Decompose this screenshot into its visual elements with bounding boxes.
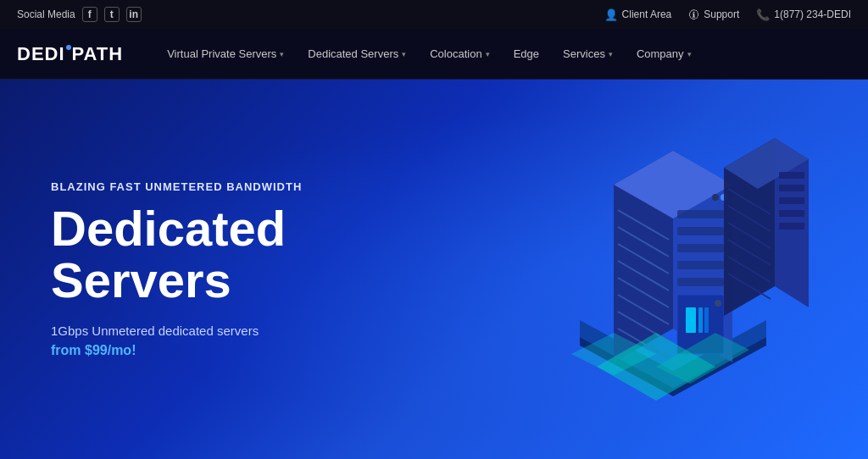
svg-rect-17 <box>677 278 724 286</box>
support-link[interactable]: 🛈 Support <box>688 8 739 21</box>
svg-rect-19 <box>686 307 696 333</box>
nav-item-vps[interactable]: Virtual Private Servers ▾ <box>157 41 294 67</box>
facebook-icon[interactable]: f <box>82 7 97 22</box>
svg-rect-34 <box>779 172 804 179</box>
social-media-section: Social Media f t in <box>17 7 142 22</box>
top-bar-right: 👤 Client Area 🛈 Support 📞 1(877) 234-DED… <box>604 8 851 21</box>
nav-item-edge[interactable]: Edge <box>504 41 549 67</box>
navbar: DEDIPATH Virtual Private Servers ▾ Dedic… <box>0 29 868 80</box>
top-bar: Social Media f t in 👤 Client Area 🛈 Supp… <box>0 0 868 29</box>
svg-point-22 <box>715 300 721 307</box>
client-area-link[interactable]: 👤 Client Area <box>604 8 672 21</box>
hero-title: Dedicated Servers <box>51 203 302 307</box>
nav-item-company[interactable]: Company ▾ <box>626 41 702 67</box>
svg-rect-37 <box>779 210 804 217</box>
chevron-down-icon: ▾ <box>402 50 406 58</box>
hero-price: from $99/mo! <box>51 343 302 358</box>
linkedin-icon[interactable]: in <box>126 7 142 22</box>
svg-rect-36 <box>779 197 804 204</box>
svg-point-24 <box>712 194 719 201</box>
svg-rect-21 <box>704 307 709 333</box>
svg-rect-15 <box>677 244 724 252</box>
svg-rect-16 <box>677 261 724 269</box>
chevron-down-icon: ▾ <box>486 50 490 58</box>
support-icon: 🛈 <box>688 8 699 21</box>
hero-content: BLAZING FAST UNMETERED BANDWIDTH Dedicat… <box>51 180 302 358</box>
svg-rect-38 <box>779 223 804 230</box>
nav-items: Virtual Private Servers ▾ Dedicated Serv… <box>157 41 701 67</box>
phone-link[interactable]: 📞 1(877) 234-DEDI <box>756 8 851 21</box>
nav-item-services[interactable]: Services ▾ <box>553 41 623 67</box>
nav-item-colocation[interactable]: Colocation ▾ <box>420 41 499 67</box>
twitter-icon[interactable]: t <box>104 7 120 22</box>
phone-icon: 📞 <box>756 8 770 21</box>
svg-rect-14 <box>677 227 724 235</box>
svg-rect-13 <box>677 210 724 218</box>
user-icon: 👤 <box>604 8 618 21</box>
logo-text: DEDIPATH <box>17 43 123 65</box>
chevron-down-icon: ▾ <box>280 50 284 58</box>
svg-rect-20 <box>698 307 703 333</box>
logo[interactable]: DEDIPATH <box>17 43 123 65</box>
hero-section: BLAZING FAST UNMETERED BANDWIDTH Dedicat… <box>0 80 868 459</box>
chevron-down-icon: ▾ <box>687 50 692 58</box>
social-label: Social Media <box>17 8 75 20</box>
hero-subtitle: BLAZING FAST UNMETERED BANDWIDTH <box>51 180 302 193</box>
chevron-down-icon: ▾ <box>609 50 613 58</box>
hero-description: 1Gbps Unmetered dedicated servers <box>51 324 302 338</box>
nav-item-dedicated[interactable]: Dedicated Servers ▾ <box>298 41 416 67</box>
server-illustration <box>529 117 817 422</box>
svg-rect-35 <box>779 185 804 191</box>
